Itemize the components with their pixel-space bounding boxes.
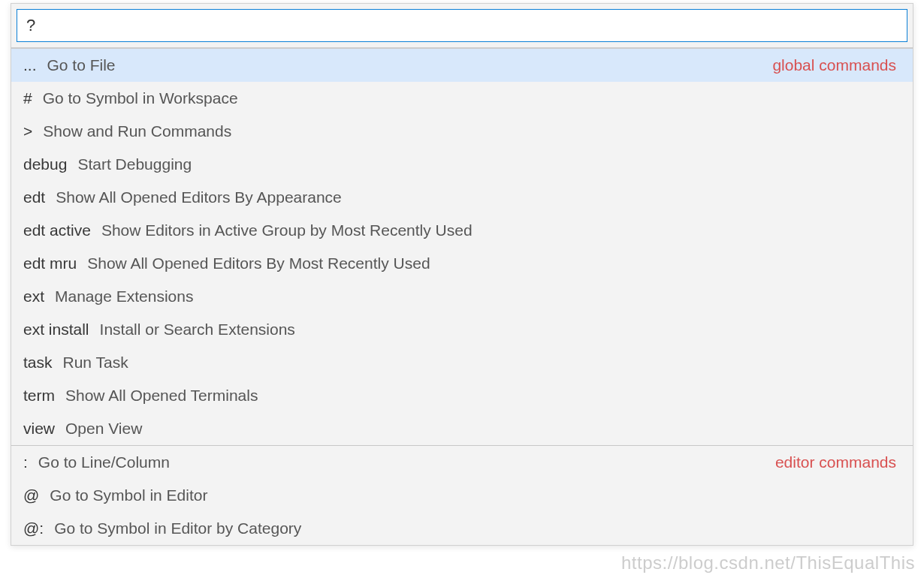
command-prefix: task (23, 354, 53, 372)
command-prefix: edt active (23, 221, 91, 239)
quick-picker: ... Go to File global commands # Go to S… (11, 3, 913, 546)
command-label: Show All Opened Terminals (65, 387, 258, 405)
list-item[interactable]: edt mru Show All Opened Editors By Most … (11, 247, 913, 280)
watermark: https://blog.csdn.net/ThisEqualThis (621, 552, 915, 573)
command-label: Open View (65, 420, 142, 438)
command-prefix: view (23, 420, 55, 438)
command-label: Install or Search Extensions (100, 321, 295, 339)
global-commands-list: ... Go to File global commands # Go to S… (11, 49, 913, 445)
command-label: Go to Line/Column (38, 453, 170, 471)
list-item[interactable]: @ Go to Symbol in Editor (11, 479, 913, 512)
list-item[interactable]: > Show and Run Commands (11, 115, 913, 148)
command-prefix: @: (23, 519, 44, 537)
list-item[interactable]: ext install Install or Search Extensions (11, 313, 913, 346)
editor-commands-list: : Go to Line/Column editor commands @ Go… (11, 446, 913, 545)
command-label: Show All Opened Editors By Appearance (56, 188, 342, 206)
command-prefix: debug (23, 155, 67, 173)
list-item[interactable]: term Show All Opened Terminals (11, 379, 913, 412)
quick-open-input[interactable] (17, 9, 907, 42)
list-item[interactable]: # Go to Symbol in Workspace (11, 82, 913, 115)
group-label-editor: editor commands (775, 453, 901, 471)
list-item[interactable]: ... Go to File global commands (11, 49, 913, 82)
group-label-global: global commands (772, 56, 901, 74)
command-prefix: ext install (23, 321, 89, 339)
command-label: Show All Opened Editors By Most Recently… (87, 254, 430, 272)
command-prefix: # (23, 89, 32, 107)
command-label: Go to Symbol in Editor by Category (54, 519, 301, 537)
list-item[interactable]: edt active Show Editors in Active Group … (11, 214, 913, 247)
command-prefix: : (23, 453, 28, 471)
command-label: Go to Symbol in Workspace (43, 89, 238, 107)
command-label: Manage Extensions (55, 287, 193, 306)
command-prefix: ext (23, 287, 44, 306)
command-label: Go to File (47, 56, 116, 74)
list-item[interactable]: @: Go to Symbol in Editor by Category (11, 512, 913, 545)
command-label: Show and Run Commands (43, 122, 231, 140)
command-prefix: ... (23, 56, 37, 74)
command-label: Start Debugging (77, 155, 192, 173)
list-item[interactable]: : Go to Line/Column editor commands (11, 446, 913, 479)
command-label: Show Editors in Active Group by Most Rec… (101, 221, 473, 239)
list-item[interactable]: view Open View (11, 412, 913, 445)
list-item[interactable]: ext Manage Extensions (11, 280, 913, 313)
command-label: Run Task (63, 354, 128, 372)
command-prefix: edt mru (23, 254, 77, 272)
command-prefix: edt (23, 188, 45, 206)
command-label: Go to Symbol in Editor (50, 486, 207, 504)
list-item[interactable]: edt Show All Opened Editors By Appearanc… (11, 181, 913, 214)
search-wrapper (11, 4, 913, 47)
list-item[interactable]: debug Start Debugging (11, 148, 913, 181)
list-item[interactable]: task Run Task (11, 346, 913, 379)
command-prefix: > (23, 122, 32, 140)
command-prefix: @ (23, 486, 39, 504)
command-prefix: term (23, 387, 55, 405)
